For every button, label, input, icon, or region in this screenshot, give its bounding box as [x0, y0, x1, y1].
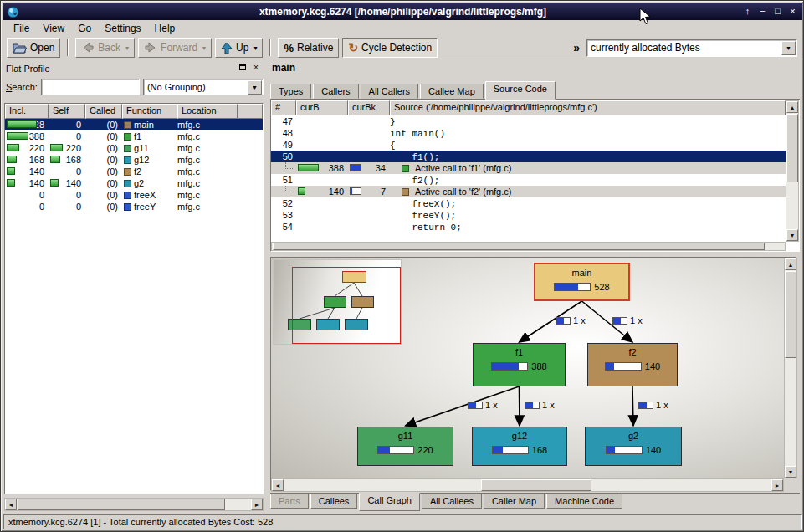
scroll-up-icon[interactable]: ▲: [786, 101, 798, 113]
column-curbk[interactable]: curBk: [348, 100, 390, 115]
scrollbar-thumb[interactable]: [481, 479, 591, 491]
source-line[interactable]: 49{: [271, 139, 786, 151]
table-row-freeX[interactable]: 00(0)freeXmfg.c: [5, 189, 263, 201]
source-line[interactable]: 52 freeX();: [271, 197, 786, 209]
column-called[interactable]: Called: [85, 104, 122, 119]
graph-node-main[interactable]: main528: [534, 263, 630, 301]
open-button[interactable]: Open: [7, 38, 60, 58]
dock-close-button[interactable]: ×: [250, 63, 262, 74]
back-button[interactable]: Back ▾: [75, 38, 135, 58]
minimize-button[interactable]: −: [755, 4, 770, 18]
tab-callee-map[interactable]: Callee Map: [420, 84, 484, 99]
close-button[interactable]: ×: [786, 4, 800, 18]
tab-machine-code[interactable]: Machine Code: [546, 494, 622, 509]
scrollbar-thumb[interactable]: [786, 114, 798, 182]
column-line[interactable]: #: [271, 100, 296, 115]
source-line[interactable]: 47}: [271, 115, 786, 127]
tab-all-callees[interactable]: All Callees: [422, 494, 482, 509]
source-call-row[interactable]: 38834Active call to 'f1' (mfg.c): [271, 162, 786, 174]
tab-call-graph[interactable]: Call Graph: [359, 493, 420, 511]
call-graph-canvas[interactable]: 1 x1 x1 x1 x1 xmain528f1388f2140g11220g1…: [271, 258, 784, 478]
search-input[interactable]: [41, 79, 140, 95]
cycle-detection-button[interactable]: ↻ Cycle Detection: [342, 38, 438, 58]
graph-node-g12[interactable]: g12168: [472, 427, 567, 466]
scrollbar-thumb[interactable]: [18, 499, 225, 510]
column-source[interactable]: Source ('/home/philippe/valgrind/littlep…: [390, 100, 786, 115]
cell-curb: [296, 151, 348, 162]
column-self[interactable]: Self: [49, 104, 85, 119]
cell-function: f1: [122, 130, 177, 142]
maximize-button[interactable]: □: [771, 4, 785, 18]
up-dropdown-icon[interactable]: ▾: [253, 44, 257, 52]
graph-node-f1[interactable]: f1388: [473, 343, 566, 386]
cell-incl: 528: [5, 119, 49, 130]
scroll-left-icon[interactable]: ◄: [272, 479, 284, 491]
column-curb[interactable]: curB: [296, 100, 348, 115]
tab-all-callers[interactable]: All Callers: [361, 84, 419, 99]
table-row-main[interactable]: 5280(0)mainmfg.c: [5, 119, 263, 130]
cell-function: g2: [122, 177, 177, 189]
tab-types[interactable]: Types: [270, 84, 311, 99]
menu-view[interactable]: View: [36, 21, 71, 36]
source-line[interactable]: 50 f1();: [271, 151, 786, 162]
grouping-combo[interactable]: (No Grouping) ▼: [143, 79, 264, 95]
grouping-dropdown-icon[interactable]: ▼: [248, 80, 262, 95]
event-type-combo[interactable]: currently allocated Bytes ▼: [586, 39, 797, 57]
line-number: [271, 162, 296, 174]
menu-help[interactable]: Help: [148, 21, 182, 36]
graph-node-g2[interactable]: g2140: [585, 427, 682, 466]
tab-caller-map[interactable]: Caller Map: [484, 494, 545, 509]
source-call-row[interactable]: 1407Active call to 'f2' (mfg.c): [271, 186, 786, 197]
forward-icon: [144, 42, 157, 54]
scrollbar-thumb[interactable]: [273, 243, 765, 250]
source-line[interactable]: 53 freeY();: [271, 209, 786, 221]
menu-file[interactable]: File: [7, 21, 36, 36]
menu-go[interactable]: Go: [71, 21, 98, 36]
scroll-right-icon[interactable]: ►: [771, 479, 783, 491]
table-row-f1[interactable]: 3880(0)f1mfg.c: [5, 130, 263, 142]
table-row-g12[interactable]: 168168(0)g12mfg.c: [5, 154, 263, 166]
toolbar-overflow-button[interactable]: »: [570, 41, 583, 54]
table-row-g2[interactable]: 140140(0)g2mfg.c: [5, 177, 263, 189]
column-location[interactable]: Location: [177, 104, 238, 119]
relative-button[interactable]: % Relative: [278, 38, 339, 58]
scroll-up-icon[interactable]: ▲: [785, 258, 796, 270]
graph-hscrollbar[interactable]: ◄ ►: [271, 478, 784, 492]
scroll-down-icon[interactable]: ▼: [786, 229, 798, 241]
scroll-right-icon[interactable]: ►: [251, 499, 263, 510]
cycle-detection-label: Cycle Detection: [361, 42, 432, 54]
forward-button[interactable]: Forward ▾: [138, 38, 212, 58]
dock-float-button[interactable]: [237, 63, 248, 74]
source-vscrollbar[interactable]: ▲ ▼: [786, 100, 799, 242]
source-line[interactable]: 51 f2();: [271, 174, 786, 186]
table-row-f2[interactable]: 1400(0)f2mfg.c: [5, 166, 263, 177]
up-button[interactable]: Up ▾: [215, 38, 263, 58]
cell-curb: [296, 115, 348, 127]
back-dropdown-icon[interactable]: ▾: [125, 44, 129, 52]
graph-vscrollbar[interactable]: ▲ ▼: [784, 258, 797, 478]
tab-callers[interactable]: Callers: [313, 84, 358, 99]
forward-dropdown-icon[interactable]: ▾: [202, 44, 206, 52]
table-row-g11[interactable]: 220220(0)g11mfg.c: [5, 142, 263, 154]
scroll-down-icon[interactable]: ▼: [785, 466, 796, 478]
scrollbar-thumb[interactable]: [785, 271, 796, 358]
graph-node-f2[interactable]: f2140: [587, 343, 678, 386]
event-type-dropdown-icon[interactable]: ▼: [781, 41, 796, 55]
cell-function: g11: [122, 142, 177, 154]
cell-called: (0): [85, 142, 122, 154]
flat-profile-hscrollbar[interactable]: ◄ ►: [4, 498, 264, 511]
source-code-text: }: [390, 117, 396, 127]
graph-node-g11[interactable]: g11220: [357, 427, 453, 466]
table-row-freeY[interactable]: 00(0)freeYmfg.c: [5, 201, 263, 212]
column-incl[interactable]: Incl.: [5, 104, 49, 119]
scroll-left-icon[interactable]: ◄: [5, 499, 17, 510]
source-line[interactable]: 54 return 0;: [271, 221, 786, 233]
menu-settings[interactable]: Settings: [98, 21, 147, 36]
source-hscrollbar[interactable]: [271, 242, 786, 251]
column-function[interactable]: Function: [122, 104, 177, 119]
source-line[interactable]: 48int main(): [271, 127, 786, 139]
tab-callees[interactable]: Callees: [310, 494, 358, 509]
tab-parts[interactable]: Parts: [270, 494, 309, 509]
tab-source-code[interactable]: Source Code: [485, 81, 556, 100]
rollup-button[interactable]: ↑: [740, 4, 755, 18]
